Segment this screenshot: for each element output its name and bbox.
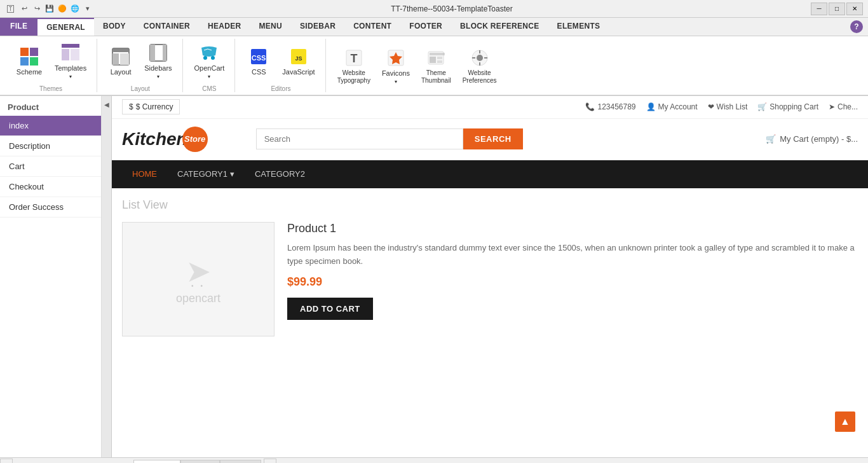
sidebar-item-checkout[interactable]: Checkout [0, 177, 101, 197]
help-badge[interactable]: ? [845, 18, 868, 36]
layout-button[interactable]: Layout [104, 44, 138, 79]
layout-items: Layout Sidebars ▾ [104, 40, 177, 83]
shopping-cart-item[interactable]: 🛒 Shopping Cart [757, 102, 818, 111]
opencart-label: OpenCart [194, 64, 225, 73]
svg-rect-2 [20, 57, 29, 66]
topbar-right: 📞 123456789 👤 My Account ❤ Wish List 🛒 S… [585, 102, 858, 111]
nav-item-category1[interactable]: CATEGORY1 ▾ [167, 160, 245, 188]
opencart-button[interactable]: OpenCart ▾ [189, 40, 230, 83]
more-icon[interactable]: ▾ [83, 4, 93, 14]
add-to-cart-button[interactable]: ADD TO CART [287, 298, 373, 320]
svg-point-30 [477, 55, 483, 61]
tab-sidebar[interactable]: SIDEBAR [291, 18, 344, 36]
svg-rect-10 [120, 53, 129, 65]
favicons-button[interactable]: Favicons ▾ [377, 45, 415, 88]
svg-rect-28 [437, 60, 442, 63]
bottom-bar: ◀ Desktop Tablet Mobile ▶ [0, 457, 868, 463]
tab-tablet[interactable]: Tablet [180, 460, 220, 463]
store-logo[interactable]: Kitchen Store [122, 127, 208, 152]
tab-block-reference[interactable]: BLOCK REFERENCE [451, 18, 548, 36]
sidebar-item-description[interactable]: Description [0, 136, 101, 156]
undo-icon[interactable]: ↩ [19, 4, 29, 14]
tab-menu[interactable]: MENU [250, 18, 292, 36]
window-controls[interactable]: ─ □ ✕ [811, 3, 863, 15]
scheme-icon [19, 46, 39, 67]
tab-footer[interactable]: FOOTER [400, 18, 451, 36]
tab-desktop[interactable]: Desktop [133, 460, 180, 463]
store-preview: $ $ Currency 📞 123456789 👤 My Account ❤ … [112, 96, 868, 457]
collapse-sidebar-button[interactable]: ◀ [102, 96, 112, 457]
checkout-item[interactable]: ➤ Che... [829, 102, 858, 111]
theme-thumbnail-icon [426, 48, 446, 68]
scroll-right-button[interactable]: ▶ [264, 459, 276, 463]
sidebar-item-cart[interactable]: Cart [0, 156, 101, 177]
svg-rect-5 [62, 49, 69, 60]
back-to-top-button[interactable]: ▲ [835, 411, 855, 432]
minimize-button[interactable]: ─ [811, 3, 827, 15]
website-typography-button[interactable]: T WebsiteTypography [332, 45, 376, 87]
checkout-label: Che... [837, 102, 858, 111]
css-button[interactable]: CSS CSS [241, 44, 276, 79]
save-icon[interactable]: 💾 [44, 4, 55, 14]
svg-rect-9 [112, 53, 119, 65]
templates-button[interactable]: Templates ▾ [50, 40, 92, 83]
tab-body[interactable]: BODY [94, 18, 135, 36]
browser-icon[interactable]: 🌐 [70, 4, 80, 14]
run-icon[interactable]: 🟠 [57, 4, 67, 14]
store-content: List View ➤ • • opencart Product 1 Lorem… [112, 188, 868, 347]
themes-items: Scheme Templates ▾ [10, 40, 92, 83]
tab-container[interactable]: CONTAINER [135, 18, 199, 36]
tab-general[interactable]: GENERAL [37, 18, 94, 36]
close-button[interactable]: ✕ [846, 3, 863, 15]
website-preferences-button[interactable]: WebsitePreferences [458, 45, 502, 87]
opencart-icon [199, 43, 219, 63]
svg-rect-3 [30, 57, 38, 66]
javascript-button[interactable]: JS JavaScript [277, 44, 320, 79]
website-preferences-label: WebsitePreferences [463, 69, 497, 85]
opencart-arrow: ▾ [208, 74, 210, 80]
ribbon-group-cms: OpenCart ▾ CMS [184, 39, 236, 92]
sidebar-item-order-success[interactable]: Order Success [0, 197, 101, 218]
scheme-button[interactable]: Scheme [10, 44, 48, 79]
scroll-left-button[interactable]: ◀ [0, 459, 13, 463]
website-preferences-icon [470, 48, 490, 68]
currency-label: $ Currency [136, 102, 173, 111]
tab-elements[interactable]: ELEMENTS [548, 18, 609, 36]
category1-dropdown-icon: ▾ [230, 169, 234, 179]
maximize-button[interactable]: □ [829, 3, 845, 15]
search-button[interactable]: SEARCH [463, 128, 523, 149]
currency-button[interactable]: $ $ Currency [122, 99, 180, 114]
svg-rect-8 [112, 48, 129, 52]
my-account-item[interactable]: 👤 My Account [646, 102, 698, 111]
tab-content[interactable]: CONTENT [344, 18, 400, 36]
redo-icon[interactable]: ↪ [32, 4, 42, 14]
favicons-label: Favicons [382, 69, 410, 78]
wish-list-item[interactable]: ❤ Wish List [708, 102, 748, 111]
search-input[interactable] [256, 128, 463, 149]
sidebar-item-index[interactable]: index [0, 116, 101, 136]
svg-rect-6 [71, 49, 79, 60]
theme-thumbnail-button[interactable]: ThemeThumbnail [416, 45, 456, 87]
phone-item[interactable]: 📞 123456789 [585, 102, 635, 111]
phone-icon: 📞 [585, 102, 595, 111]
phone-number: 123456789 [597, 102, 635, 111]
my-account-label: My Account [658, 102, 698, 111]
search-area: SEARCH [256, 128, 523, 149]
nav-item-category2[interactable]: CATEGORY2 [245, 160, 315, 188]
nav-item-home[interactable]: HOME [122, 160, 167, 188]
editors-group-label: Editors [241, 84, 320, 92]
sidebars-button[interactable]: Sidebars ▾ [139, 40, 177, 83]
sidebars-icon [148, 43, 168, 63]
cart-dots: • • [191, 282, 205, 289]
website-typography-icon: T [344, 48, 364, 68]
product-info: Product 1 Lorem Ipsum has been the indus… [287, 222, 858, 336]
svg-rect-34 [484, 57, 487, 59]
svg-point-14 [203, 56, 207, 60]
tab-mobile[interactable]: Mobile [220, 460, 261, 463]
cart-area[interactable]: 🛒 My Cart (empty) - $... [766, 134, 858, 144]
cart-icon: 🛒 [757, 102, 767, 111]
opencart-watermark: opencart [176, 292, 220, 305]
tab-header[interactable]: HEADER [199, 18, 250, 36]
store-nav: HOME CATEGORY1 ▾ CATEGORY2 [112, 160, 868, 188]
tab-file[interactable]: FILE [0, 18, 37, 36]
